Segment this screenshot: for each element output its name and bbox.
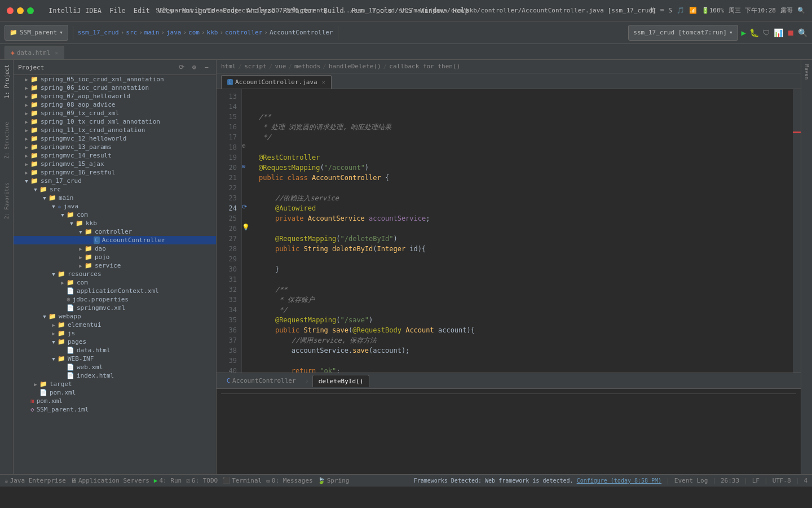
stop-button[interactable]: ⏹ [787, 28, 795, 37]
sidebar-item-spring05[interactable]: ▶ 📁 spring_05_ioc_crud_xml_annotation [14, 75, 216, 84]
gear-icon[interactable]: ⚙ [189, 62, 199, 72]
sidebar-item-pojo[interactable]: ▶ 📁 pojo [14, 253, 216, 261]
collapse-icon[interactable]: − [201, 62, 211, 72]
breadcrumb-java[interactable]: java [166, 29, 182, 36]
breadcrumb-controller[interactable]: controller [225, 29, 262, 36]
sidebar-item-springmvc16[interactable]: ▶ 📁 springmvc_16_restful [14, 168, 216, 177]
configure-link[interactable]: Configure (today 8:58 PM) [577, 478, 662, 484]
bread-html[interactable]: html [221, 63, 236, 70]
line-num: 19 [217, 152, 237, 163]
sidebar-item-spring06[interactable]: ▶ 📁 spring_06_ioc_crud_annotation [14, 84, 216, 92]
sidebar-item-springmvc-xml[interactable]: ▶ 📄 springmvc.xml [14, 304, 216, 312]
sidebar-item-ssm17[interactable]: ▼ 📁 ssm_17_crud [14, 177, 216, 185]
menu-file[interactable]: File [106, 6, 129, 16]
breadcrumb-ssm17[interactable]: ssm_17_crud [78, 29, 119, 36]
sidebar-item-accountcontroller[interactable]: ▶ C AccountController [14, 236, 216, 244]
project-tool-icon[interactable]: 1: Project [1, 62, 12, 100]
framework-notice[interactable]: Frameworks Detected: Web framework is de… [414, 478, 662, 484]
breadcrumb-main[interactable]: main [144, 29, 160, 36]
sidebar-item-iml[interactable]: ▶ ◇ SSM_parent.iml [14, 405, 216, 414]
sidebar-item-spring11[interactable]: ▶ 📁 spring_11_tx_crud_annotation [14, 126, 216, 134]
sidebar-item-spring07[interactable]: ▶ 📁 spring_07_aop_helloworld [14, 92, 216, 100]
menu-edit[interactable]: Edit [130, 6, 153, 16]
encoding[interactable]: UTF-8 [773, 477, 791, 484]
sidebar-item-src[interactable]: ▼ 📁 src [14, 185, 216, 194]
sidebar-item-pages[interactable]: ▼ 📁 pages [14, 338, 216, 346]
run-button[interactable]: ▶ [742, 28, 746, 37]
breadcrumb-accountcontroller[interactable]: AccountController [270, 29, 333, 36]
event-log-item[interactable]: Event Log [674, 477, 708, 484]
bottom-panel: C AccountController › deleteById() [217, 373, 801, 474]
sidebar-item-elementui[interactable]: ▶ 📁 elementui [14, 321, 216, 329]
line-ending[interactable]: LF [752, 477, 760, 484]
sidebar-item-com[interactable]: ▼ 📁 com [14, 211, 216, 219]
coverage-button[interactable]: 🛡 [762, 28, 770, 37]
sidebar-item-data-html[interactable]: ▶ 📄 data.html [14, 346, 216, 354]
sidebar-item-service[interactable]: ▶ 📁 service [14, 261, 216, 270]
bread-methods[interactable]: methods [294, 63, 320, 70]
terminal-item[interactable]: ⬛ Terminal [222, 477, 262, 484]
search-everywhere-button[interactable]: 🔍 [798, 28, 807, 37]
tab-accountcontroller-close[interactable]: ✕ [322, 79, 325, 85]
structure-tool-icon[interactable]: Z: Structure [1, 120, 12, 161]
bottom-tab-deletebyid[interactable]: deleteById() [312, 375, 369, 387]
maximize-button[interactable] [27, 7, 34, 14]
sidebar-item-kkb[interactable]: ▼ 📁 kkb [14, 219, 216, 227]
spring-item[interactable]: 🍃 Spring [317, 477, 350, 484]
code-line-14: /** [259, 113, 271, 121]
sidebar-item-spring09[interactable]: ▶ 📁 spring_09_tx_crud_xml [14, 109, 216, 117]
project-sidebar: Project ⟳ ⚙ − ▶ 📁 spring_05_ioc_crud_xml… [14, 60, 217, 474]
bread-script[interactable]: script [244, 63, 267, 70]
tab-data-html[interactable]: ◈ data.html ✕ [5, 46, 64, 59]
sidebar-item-spring08[interactable]: ▶ 📁 spring_08_aop_advice [14, 100, 216, 109]
sidebar-item-webinf[interactable]: ▼ 📁 WEB-INF [14, 354, 216, 363]
java-enterprise-item[interactable]: ☕ Java Enterprise [5, 477, 66, 484]
sidebar-item-springmvc15[interactable]: ▶ 📁 springmvc_15_ajax [14, 160, 216, 168]
project-selector[interactable]: 📁 SSM_parent ▾ [5, 25, 68, 41]
app-servers-item[interactable]: 🖥 Application Servers [70, 477, 149, 484]
maven-icon[interactable]: Maven [801, 62, 813, 82]
breadcrumb-kkb[interactable]: kkb [207, 29, 218, 36]
sidebar-item-webapp[interactable]: ▼ 📁 webapp [14, 312, 216, 321]
sidebar-item-jdbc-props[interactable]: ▶ ⚙ jdbc.properties [14, 295, 216, 304]
sidebar-item-springmvc14[interactable]: ▶ 📁 springmvc_14_result [14, 151, 216, 160]
indent[interactable]: 4 [804, 477, 807, 484]
close-button[interactable] [7, 7, 14, 14]
sidebar-item-springmvc12[interactable]: ▶ 📁 springmvc_12_helloworld [14, 134, 216, 143]
minimize-button[interactable] [17, 7, 24, 14]
sidebar-item-pom-xml-ssm[interactable]: ▶ 📄 pom.xml [14, 388, 216, 397]
sidebar-item-pom-xml-root[interactable]: ▶ m pom.xml [14, 397, 216, 405]
sidebar-item-web-xml[interactable]: ▶ 📄 web.xml [14, 363, 216, 371]
bread-callback[interactable]: callback for then() [389, 63, 460, 70]
profile-button[interactable]: 📊 [774, 28, 783, 37]
debug-button[interactable]: 🐛 [749, 28, 759, 37]
sidebar-item-js[interactable]: ▶ 📁 js [14, 329, 216, 338]
line-num: 35 [217, 315, 237, 325]
bread-vue[interactable]: vue [275, 63, 286, 70]
sidebar-item-dao[interactable]: ▶ 📁 dao [14, 244, 216, 253]
sidebar-item-spring10[interactable]: ▶ 📁 spring_10_tx_crud_xml_annotation [14, 117, 216, 126]
tab-accountcontroller[interactable]: C AccountController.java ✕ [221, 75, 332, 89]
sidebar-item-applicationcontext[interactable]: ▶ 📄 applicationContext.xml [14, 287, 216, 295]
run-item[interactable]: ▶ 4: Run [154, 477, 182, 484]
sidebar-item-springmvc13[interactable]: ▶ 📁 springmvc_13_params [14, 143, 216, 151]
bread-handledelete[interactable]: handleDelete() [329, 63, 381, 70]
sidebar-item-resources[interactable]: ▼ 📁 resources [14, 270, 216, 278]
bottom-tab-accountcontroller[interactable]: C AccountController [221, 375, 302, 387]
tab-close-icon[interactable]: ✕ [55, 50, 58, 56]
favorites-tool-icon[interactable]: 2: Favorites [1, 180, 12, 221]
breadcrumb-src[interactable]: src [126, 29, 137, 36]
sidebar-item-com2[interactable]: ▶ 📁 com [14, 278, 216, 287]
todo-item[interactable]: ☑ 6: TODO [186, 477, 218, 484]
sync-icon[interactable]: ⟳ [176, 62, 187, 72]
sidebar-item-controller[interactable]: ▼ 📁 controller [14, 227, 216, 236]
sidebar-item-java[interactable]: ▼ ☕ java [14, 202, 216, 211]
sidebar-item-index-html[interactable]: ▶ 📄 index.html [14, 371, 216, 380]
sidebar-item-target[interactable]: ▶ 📁 target [14, 380, 216, 388]
code-editor[interactable]: /** * 处理 浏览器的请求处理, 响应处理结果 */ @RestContro… [254, 89, 793, 373]
sidebar-item-main[interactable]: ▼ 📁 main [14, 194, 216, 202]
messages-item[interactable]: ✉ 0: Messages [266, 477, 312, 484]
breadcrumb-com[interactable]: com [188, 29, 200, 36]
menu-intellij[interactable]: IntelliJ IDEA [45, 6, 105, 16]
run-config-selector[interactable]: ssm_17_crud [tomcat7:run] ▾ [628, 25, 738, 41]
